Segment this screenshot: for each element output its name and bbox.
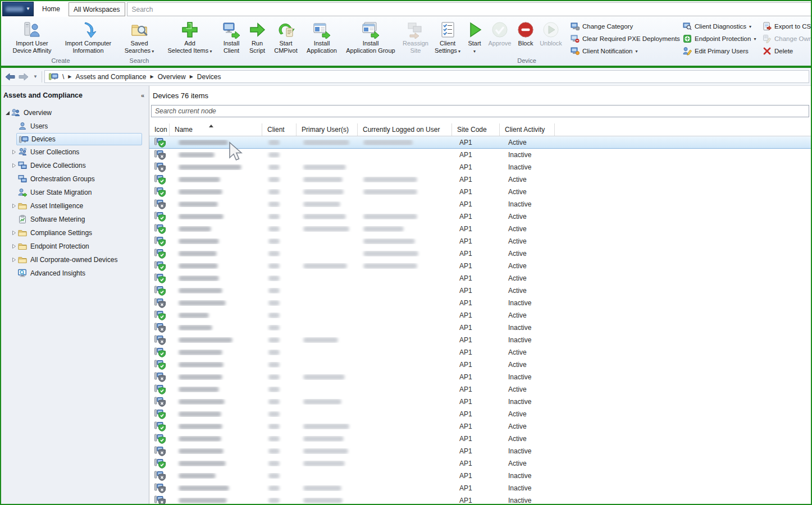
table-row[interactable]: AP1Inactive <box>149 445 811 457</box>
table-row[interactable]: AP1Active <box>149 284 811 297</box>
sidebar-item-compliance-settings[interactable]: Compliance Settings <box>1 226 149 240</box>
application-menu-button[interactable]: ▼ <box>2 2 34 16</box>
table-row[interactable]: AP1Active <box>149 173 811 186</box>
table-row[interactable]: AP1Inactive <box>149 161 811 173</box>
change-ownership-button[interactable]: Change Ownership <box>763 34 812 44</box>
client-notification-button[interactable]: Client Notification▾ <box>571 46 683 56</box>
table-row[interactable]: AP1Active <box>149 346 811 359</box>
start-cmpivot-button[interactable]: StartCMPivot <box>271 18 301 54</box>
start-button[interactable]: Start▾ <box>465 18 484 55</box>
table-row[interactable]: AP1Active <box>149 260 811 272</box>
saved-searches-button[interactable]: SavedSearches ▾ <box>121 18 157 55</box>
install-application-group-button[interactable]: InstallApplication Group <box>343 18 399 54</box>
breadcrumb-root[interactable]: \ <box>62 73 64 81</box>
forward-button[interactable] <box>18 72 29 81</box>
column-header-client[interactable]: Client <box>262 123 296 136</box>
expander-collapsed-icon[interactable] <box>11 244 17 249</box>
table-row[interactable]: AP1Active <box>149 186 811 198</box>
table-row[interactable]: AP1Inactive <box>149 371 811 383</box>
reassign-site-button[interactable]: ReassignSite <box>401 18 430 54</box>
expander-collapsed-icon[interactable] <box>11 203 17 209</box>
table-row[interactable]: AP1Active <box>149 457 811 470</box>
tab-home[interactable]: Home <box>35 1 67 17</box>
table-row[interactable]: AP1Inactive <box>149 494 811 504</box>
table-row[interactable]: AP1Active <box>149 359 811 371</box>
collapse-pane-icon[interactable]: « <box>141 92 144 99</box>
column-header-primary-user-s[interactable]: Primary User(s) <box>296 123 358 136</box>
table-row[interactable]: AP1Inactive <box>149 396 811 408</box>
delete-button[interactable]: Delete <box>763 46 812 56</box>
table-row[interactable]: AP1Active <box>149 210 811 223</box>
sidebar-item-devices[interactable]: Devices <box>16 133 142 145</box>
column-header-currently-logged-on-user[interactable]: Currently Logged on User <box>358 123 452 136</box>
expander-expanded-icon[interactable] <box>4 111 11 116</box>
table-row[interactable]: AP1Inactive <box>149 297 811 309</box>
endpoint-protection-button[interactable]: Endpoint Protection▾ <box>683 34 763 44</box>
approve-button[interactable]: Approve <box>486 18 513 47</box>
sidebar-item-software-metering[interactable]: Software Metering <box>1 213 149 226</box>
breadcrumb-overview[interactable]: Overview <box>158 73 186 81</box>
back-button[interactable] <box>4 72 16 81</box>
table-row[interactable]: AP1Inactive <box>149 149 811 161</box>
ribbon-search-input[interactable] <box>127 2 811 16</box>
sidebar-item-orchestration-groups[interactable]: Orchestration Groups <box>1 172 149 186</box>
table-row[interactable]: AP1Active <box>149 247 811 260</box>
sidebar-item-all-corporate-owned-devices[interactable]: All Corporate-owned Devices <box>1 253 149 267</box>
table-row[interactable]: AP1Inactive <box>149 334 811 346</box>
run-script-button[interactable]: RunScript <box>246 18 268 54</box>
sidebar-item-user-state-migration[interactable]: User State Migration <box>1 186 149 199</box>
expander-collapsed-icon[interactable] <box>11 149 17 155</box>
expander-collapsed-icon[interactable] <box>11 230 17 236</box>
device-active-icon <box>154 409 166 419</box>
add-selected-items-button[interactable]: AddSelected Items ▾ <box>163 18 217 55</box>
sidebar-item-asset-intelligence[interactable]: Asset Intelligence <box>1 199 149 213</box>
node-search-box[interactable] <box>151 105 809 117</box>
block-button[interactable]: Block <box>516 18 536 47</box>
sidebar-item-device-collections[interactable]: Device Collections <box>1 159 149 172</box>
column-header-client-activity[interactable]: Client Activity <box>500 123 555 136</box>
sidebar-item-user-collections[interactable]: User Collections <box>1 145 149 159</box>
ribbon-search-box[interactable] <box>127 2 811 16</box>
table-row[interactable]: AP1Inactive <box>149 322 811 334</box>
sidebar-item-users[interactable]: Users <box>1 120 149 133</box>
site-code-cell: AP1 <box>459 299 472 307</box>
column-header-icon[interactable]: Icon <box>149 123 170 136</box>
change-category-button[interactable]: Change Category <box>571 21 683 31</box>
expander-collapsed-icon[interactable] <box>11 163 17 168</box>
sidebar-item-advanced-insights[interactable]: Advanced Insights <box>1 267 149 280</box>
unblock-button[interactable]: Unblock <box>538 18 564 47</box>
client-settings-button[interactable]: ClientSettings ▾ <box>432 18 463 55</box>
column-header-site-code[interactable]: Site Code <box>452 123 500 136</box>
export-to-csv-file-button[interactable]: Export to CSV File <box>763 21 812 31</box>
import-computer-information-button[interactable]: Import ComputerInformation <box>61 18 116 54</box>
breadcrumb-assets-and-compliance[interactable]: Assets and Compliance <box>75 73 146 81</box>
table-row[interactable]: AP1Active <box>149 223 811 235</box>
sidebar-item-endpoint-protection[interactable]: Endpoint Protection <box>1 240 149 253</box>
import-user-device-affinity-button[interactable]: Import UserDevice Affinity <box>6 18 58 54</box>
device-active-icon <box>154 224 166 234</box>
table-row[interactable]: AP1Active <box>149 408 811 420</box>
table-row[interactable]: AP1Inactive <box>149 470 811 482</box>
node-search-input[interactable] <box>152 107 809 116</box>
table-row[interactable]: AP1Active <box>149 433 811 445</box>
column-header-name[interactable]: Name <box>170 123 262 136</box>
table-row[interactable]: AP1Active <box>149 420 811 433</box>
client-diagnostics-button[interactable]: Client Diagnostics▾ <box>683 21 763 31</box>
table-row[interactable]: AP1Active <box>149 272 811 284</box>
edit-primary-users-button[interactable]: Edit Primary Users <box>683 46 763 56</box>
table-row[interactable]: AP1Inactive <box>149 198 811 210</box>
table-row[interactable]: AP1Active <box>149 309 811 322</box>
breadcrumb-devices[interactable]: Devices <box>197 73 221 81</box>
expander-collapsed-icon[interactable] <box>11 257 17 263</box>
install-application-button[interactable]: InstallApplication <box>303 18 340 54</box>
table-row[interactable]: AP1Active <box>149 136 811 149</box>
sidebar-item-overview[interactable]: Overview <box>1 106 149 120</box>
table-row[interactable]: AP1Active <box>149 235 811 247</box>
table-row[interactable]: AP1Active <box>149 383 811 396</box>
tab-all-workspaces[interactable]: All Workspaces <box>69 2 125 16</box>
install-client-button[interactable]: InstallClient <box>219 18 244 54</box>
breadcrumb[interactable]: \ ▶ Assets and Compliance ▶ Overview ▶ D… <box>44 70 809 83</box>
history-dropdown-icon[interactable]: ▼ <box>33 74 38 79</box>
table-row[interactable]: AP1Inactive <box>149 482 811 494</box>
clear-required-pxe-deployments-button[interactable]: Clear Required PXE Deployments <box>571 34 683 44</box>
